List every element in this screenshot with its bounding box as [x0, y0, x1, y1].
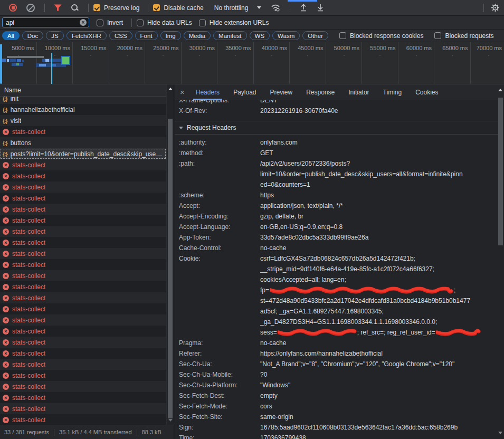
request-list-pane: Name {:}init{:}hannahelizabethofficial{:…: [0, 84, 174, 439]
network-conditions-button[interactable]: [267, 4, 285, 12]
request-row[interactable]: ×stats-collect: [0, 403, 166, 414]
scrollbar-thumb[interactable]: [168, 119, 173, 418]
search-button[interactable]: [66, 4, 83, 12]
clear-filter-icon[interactable]: ×: [80, 19, 87, 26]
filter-pill-all[interactable]: All: [2, 31, 20, 40]
timeline-overview[interactable]: 5000 ms10000 ms15000 ms20000 ms25000 ms3…: [0, 42, 504, 84]
filter-pill-css[interactable]: CSS: [109, 31, 132, 40]
filter-pill-doc[interactable]: Doc: [22, 31, 43, 40]
request-row[interactable]: ×stats-collect: [0, 226, 166, 237]
request-list-scrollbar[interactable]: [166, 84, 174, 425]
timeline-gridline: [217, 42, 217, 84]
tab-payload[interactable]: Payload: [231, 84, 259, 100]
request-row[interactable]: ×stats-collect: [0, 159, 166, 170]
request-name: stats-collect: [12, 173, 45, 180]
filter-pill-wasm[interactable]: Wasm: [272, 31, 300, 40]
request-row[interactable]: ×stats-collect: [0, 303, 166, 314]
json-file-icon: {:}: [3, 151, 7, 157]
request-row[interactable]: ×stats-collect: [0, 270, 166, 281]
header-row: Sec-Fetch-Dest:empty: [175, 390, 499, 401]
filter-toggle-button[interactable]: [50, 4, 66, 11]
import-har-button[interactable]: [295, 4, 312, 12]
header-name: Accept:: [175, 201, 260, 211]
header-value: DENY: [260, 100, 499, 106]
tab-initiator[interactable]: Initiator: [346, 84, 372, 100]
filter-pill-media[interactable]: Media: [184, 31, 211, 40]
tab-cookies[interactable]: Cookies: [413, 84, 441, 100]
request-headers-section-header[interactable]: Request Headers: [175, 121, 499, 135]
filter-pill-img[interactable]: Img: [160, 31, 181, 40]
scroll-down-arrow[interactable]: [168, 419, 173, 422]
hide-extension-urls-checkbox[interactable]: Hide extension URLs: [199, 19, 273, 26]
settings-button[interactable]: [491, 3, 500, 12]
request-row[interactable]: ×stats-collect: [0, 281, 166, 292]
detail-scroll-up-arrow[interactable]: [498, 89, 502, 91]
filter-pill-ws[interactable]: WS: [250, 31, 270, 40]
header-name: Accept-Language:: [175, 222, 260, 232]
name-column-header[interactable]: Name: [0, 84, 174, 97]
request-row[interactable]: {:}visit: [0, 115, 166, 126]
record-button[interactable]: [4, 4, 22, 12]
scroll-up-arrow[interactable]: [168, 88, 173, 90]
blocked-requests-checkbox[interactable]: Blocked requests: [434, 32, 497, 40]
error-icon: ×: [3, 406, 9, 412]
request-row[interactable]: ×stats-collect: [0, 193, 166, 204]
tab-preview[interactable]: Preview: [268, 84, 296, 100]
invert-checkbox[interactable]: Invert: [97, 19, 127, 26]
hide-data-urls-checkbox[interactable]: Hide data URLs: [137, 19, 196, 26]
request-row[interactable]: ×stats-collect: [0, 337, 166, 348]
json-file-icon: {:}: [3, 118, 7, 124]
close-icon[interactable]: ×: [180, 84, 185, 100]
filter-pill-other[interactable]: Other: [302, 31, 328, 40]
request-row[interactable]: {:}init: [0, 97, 166, 104]
filter-pill-font[interactable]: Font: [135, 31, 158, 40]
request-row[interactable]: ×stats-collect: [0, 348, 166, 359]
detail-scroll-down-arrow[interactable]: [498, 432, 502, 434]
disable-cache-checkbox[interactable]: Disable cache: [153, 4, 207, 12]
request-row[interactable]: ×stats-collect: [0, 292, 166, 303]
detail-scrollbar-thumb[interactable]: [498, 98, 503, 245]
request-row[interactable]: ×stats-collect: [0, 326, 166, 337]
request-row[interactable]: {:}buttons: [0, 137, 166, 148]
checkbox-unchecked-icon: [339, 32, 346, 39]
request-row[interactable]: ×stats-collect: [0, 237, 166, 248]
clear-button[interactable]: [22, 4, 40, 12]
request-row[interactable]: ×stats-collect: [0, 170, 166, 182]
request-row[interactable]: ×stats-collect: [0, 370, 166, 381]
request-row[interactable]: ×stats-collect: [0, 381, 166, 392]
throttling-dropdown[interactable]: No throttling: [211, 4, 267, 12]
request-row[interactable]: ×stats-collect: [0, 204, 166, 215]
request-row[interactable]: ×stats-collect: [0, 392, 166, 403]
request-row[interactable]: ×stats-collect: [0, 126, 166, 137]
header-row: Cookie:csrf=LdfcGX4Sa72db06824c657db26a5…: [175, 253, 499, 338]
request-row[interactable]: ×stats-collect: [0, 414, 166, 425]
timeline-faint-dot: [235, 55, 236, 56]
export-har-button[interactable]: [312, 4, 329, 12]
preserve-log-checkbox[interactable]: Preserve log: [93, 4, 143, 12]
filter-pill-manifest[interactable]: Manifest: [213, 31, 246, 40]
tab-headers[interactable]: Headers: [193, 84, 222, 100]
filter-pill-js[interactable]: JS: [46, 31, 63, 40]
request-row[interactable]: ×stats-collect: [0, 259, 166, 270]
request-row[interactable]: ×stats-collect: [0, 215, 166, 226]
overview-selection-grip[interactable]: [0, 44, 2, 84]
tab-timing[interactable]: Timing: [381, 84, 405, 100]
request-name: stats-collect: [12, 361, 45, 368]
header-row: Sec-Fetch-Mode:cors: [175, 401, 499, 412]
header-name: Pragma:: [175, 338, 260, 348]
request-row[interactable]: ×stats-collect: [0, 359, 166, 370]
request-row[interactable]: {:}hannahelizabethofficial: [0, 104, 166, 115]
blocked-response-cookies-checkbox[interactable]: Blocked response cookies: [339, 32, 427, 40]
filter-input[interactable]: [2, 17, 89, 27]
request-row[interactable]: {:}posts?limit=10&order=publish_date_des…: [0, 148, 166, 159]
header-name: Sec-Fetch-Site:: [175, 412, 260, 422]
tab-response[interactable]: Response: [303, 84, 337, 100]
timeline-tick-label: 15000 ms: [81, 45, 106, 51]
json-file-icon: {:}: [3, 107, 7, 113]
header-row: App-Token:33d57ade8c02dbc5a333db99ff9ae2…: [175, 232, 499, 243]
request-row[interactable]: ×stats-collect: [0, 248, 166, 259]
filter-pill-fetch-xhr[interactable]: Fetch/XHR: [66, 31, 107, 40]
request-row[interactable]: ×stats-collect: [0, 182, 166, 193]
request-name: stats-collect: [12, 184, 45, 191]
request-row[interactable]: ×stats-collect: [0, 314, 166, 326]
